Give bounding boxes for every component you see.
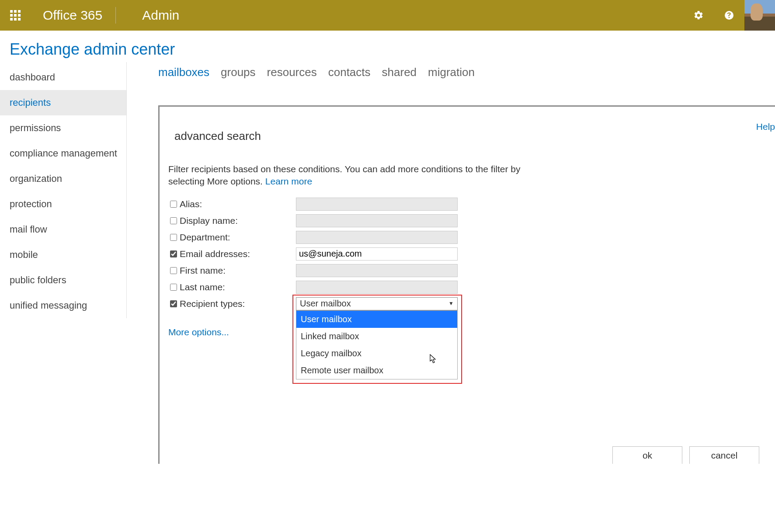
intro-text: Filter recipients based on these conditi…	[168, 164, 521, 186]
gear-icon	[693, 10, 704, 21]
sidebar-item-label: public folders	[10, 275, 66, 285]
brand-admin[interactable]: Admin	[129, 8, 179, 23]
app-launcher-button[interactable]	[0, 0, 31, 31]
sidebar-item-label: dashboard	[10, 72, 55, 83]
email-checkbox[interactable]	[170, 250, 177, 257]
sidebar-item-mobile[interactable]: mobile	[0, 242, 126, 268]
sidebar-item-public-folders[interactable]: public folders	[0, 268, 126, 293]
sidebar-item-label: mail flow	[10, 224, 47, 235]
sidebar-item-label: compliance management	[10, 148, 117, 159]
filter-row-display-name: Display name:	[168, 212, 766, 229]
last-name-checkbox[interactable]	[170, 284, 177, 291]
display-name-checkbox[interactable]	[170, 217, 177, 224]
department-checkbox[interactable]	[170, 234, 177, 241]
recipient-types-option-remote-user-mailbox[interactable]: Remote user mailbox	[296, 362, 457, 379]
question-icon	[724, 10, 734, 21]
filter-row-last-name: Last name:	[168, 279, 766, 296]
recipient-types-checkbox[interactable]	[170, 300, 177, 307]
settings-button[interactable]	[683, 0, 714, 31]
recipient-types-dropdown: User mailbox Linked mailbox Legacy mailb…	[296, 310, 458, 379]
svg-rect-8	[18, 18, 21, 21]
email-input[interactable]	[296, 247, 458, 261]
alias-label: Alias:	[180, 199, 296, 209]
tab-resources[interactable]: resources	[267, 66, 317, 79]
topbar: Office 365 Admin	[0, 0, 775, 31]
brand-office[interactable]: Office 365	[31, 8, 102, 23]
panel-intro: Filter recipients based on these conditi…	[168, 163, 531, 188]
first-name-checkbox[interactable]	[170, 267, 177, 274]
sidebar-item-label: mobile	[10, 249, 38, 260]
subtabs: mailboxes groups resources contacts shar…	[158, 66, 775, 105]
display-name-label: Display name:	[180, 216, 296, 226]
sidebar-item-label: organization	[10, 173, 62, 184]
dialog-buttons: ok cancel	[612, 446, 759, 464]
sidebar-item-dashboard[interactable]: dashboard	[0, 65, 126, 90]
svg-rect-0	[10, 10, 13, 13]
tab-groups[interactable]: groups	[221, 66, 256, 79]
filter-row-recipient-types: Recipient types: User mailbox User mailb…	[168, 296, 766, 312]
sidebar-item-label: unified messaging	[10, 300, 87, 311]
sidebar-item-organization[interactable]: organization	[0, 166, 126, 191]
filter-row-first-name: First name:	[168, 262, 766, 279]
first-name-input[interactable]	[296, 264, 458, 277]
sidebar-item-unified-messaging[interactable]: unified messaging	[0, 293, 126, 318]
avatar[interactable]	[744, 0, 775, 31]
more-options-link[interactable]: More options...	[168, 327, 766, 337]
recipient-types-select[interactable]: User mailbox	[296, 297, 458, 310]
svg-rect-3	[10, 14, 13, 17]
sidebar-item-mail-flow[interactable]: mail flow	[0, 217, 126, 242]
filter-row-department: Department:	[168, 229, 766, 246]
learn-more-link[interactable]: Learn more	[265, 176, 312, 186]
svg-rect-2	[18, 10, 21, 13]
help-button[interactable]	[714, 0, 744, 31]
main: mailboxes groups resources contacts shar…	[127, 62, 775, 464]
recipient-types-option-user-mailbox[interactable]: User mailbox	[296, 311, 457, 328]
ok-button[interactable]: ok	[612, 446, 682, 464]
filter-list: Alias: Display name: Department:	[168, 196, 766, 312]
svg-rect-5	[18, 14, 21, 17]
help-link[interactable]: Help	[756, 122, 775, 132]
sidebar: dashboard recipients permissions complia…	[0, 62, 127, 318]
department-label: Department:	[180, 232, 296, 243]
filter-row-alias: Alias:	[168, 196, 766, 212]
svg-rect-7	[14, 18, 17, 21]
email-label: Email addresses:	[180, 249, 296, 259]
waffle-icon	[10, 10, 21, 21]
first-name-label: First name:	[180, 265, 296, 276]
tab-migration[interactable]: migration	[428, 66, 475, 79]
last-name-input[interactable]	[296, 281, 458, 294]
recipient-types-option-linked-mailbox[interactable]: Linked mailbox	[296, 328, 457, 345]
tab-mailboxes[interactable]: mailboxes	[158, 66, 209, 79]
department-input[interactable]	[296, 231, 458, 244]
brand: Office 365 Admin	[31, 0, 179, 31]
sidebar-item-permissions[interactable]: permissions	[0, 115, 126, 141]
panel-title: advanced search	[160, 117, 775, 163]
last-name-label: Last name:	[180, 282, 296, 292]
svg-rect-4	[14, 14, 17, 17]
sidebar-item-label: recipients	[10, 97, 51, 108]
sidebar-item-recipients[interactable]: recipients	[0, 90, 126, 115]
display-name-input[interactable]	[296, 214, 458, 227]
filter-row-email: Email addresses:	[168, 246, 766, 262]
alias-checkbox[interactable]	[170, 201, 177, 208]
alias-input[interactable]	[296, 198, 458, 211]
page-title: Exchange admin center	[0, 31, 775, 62]
svg-rect-1	[14, 10, 17, 13]
recipient-types-option-legacy-mailbox[interactable]: Legacy mailbox	[296, 345, 457, 362]
sidebar-item-compliance-management[interactable]: compliance management	[0, 141, 126, 166]
cancel-button[interactable]: cancel	[689, 446, 759, 464]
sidebar-item-protection[interactable]: protection	[0, 191, 126, 217]
sidebar-item-label: permissions	[10, 122, 61, 133]
tab-contacts[interactable]: contacts	[328, 66, 371, 79]
tab-shared[interactable]: shared	[382, 66, 417, 79]
sidebar-item-label: protection	[10, 198, 52, 209]
recipient-types-label: Recipient types:	[180, 299, 296, 309]
advanced-search-panel: Help advanced search Filter recipients b…	[158, 105, 775, 464]
brand-divider	[115, 7, 116, 24]
svg-rect-6	[10, 18, 13, 21]
